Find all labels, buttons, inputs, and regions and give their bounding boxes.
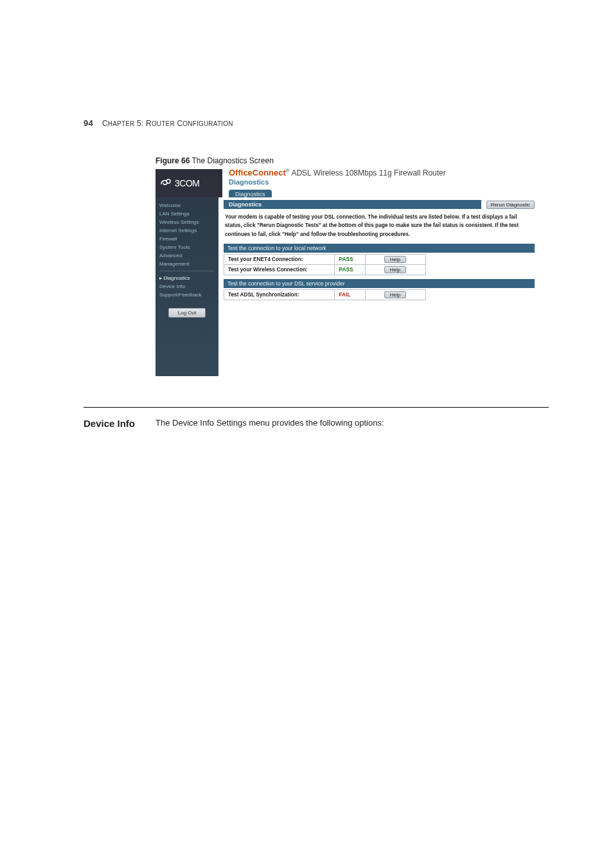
swirl-icon (159, 178, 171, 189)
section-divider (84, 407, 549, 408)
sidebar-item-management[interactable]: Management (159, 260, 215, 268)
test-label: Test your ENET4 Connection: (224, 254, 335, 264)
table-row: Test your Wireless Connection: PASS Help (224, 264, 426, 275)
sidebar-item-device-info[interactable]: Device Info (159, 282, 215, 291)
device-info-text: The Device Info Settings menu provides t… (155, 418, 384, 428)
sidebar-item-support-feedback[interactable]: Support/Feedback (159, 291, 215, 299)
table-row: Test your ENET4 Connection: PASS Help (224, 254, 426, 264)
sidebar-item-internet-settings[interactable]: Internet Settings (159, 226, 215, 235)
page-title: Diagnostics (229, 178, 540, 186)
sidebar-item-firewall[interactable]: Firewall (159, 235, 215, 243)
section-description: Your modem is capable of testing your DS… (225, 213, 533, 239)
screenshot: 3COM OfficeConnect® ADSL Wireless 108Mbp… (155, 169, 540, 376)
page-header: 94 CHAPTER 5: ROUTER CONFIGURATION (84, 118, 549, 128)
sidebar: Welcome LAN Settings Wireless Settings I… (155, 197, 218, 376)
help-button[interactable]: Help (384, 256, 406, 263)
chapter-heading: CHAPTER 5: ROUTER CONFIGURATION (102, 119, 233, 128)
subhead-local-network: Test the connection to your local networ… (224, 244, 535, 253)
sidebar-item-system-tools[interactable]: System Tools (159, 243, 215, 251)
help-button[interactable]: Help (384, 291, 406, 298)
sidebar-item-welcome[interactable]: Welcome (159, 201, 215, 210)
help-button[interactable]: Help (384, 266, 406, 273)
content-area: Diagnostics Rerun Diagnostic Your modem … (218, 197, 540, 376)
logout-button[interactable]: Log Out (168, 308, 206, 318)
figure-caption: Figure 66 The Diagnostics Screen (155, 156, 549, 165)
page-number: 94 (84, 118, 93, 128)
test-status: FAIL (335, 289, 365, 300)
brand-name: 3COM (175, 178, 199, 188)
brand-logo: 3COM (155, 169, 222, 197)
sidebar-item-lan-settings[interactable]: LAN Settings (159, 210, 215, 218)
sidebar-item-diagnostics[interactable]: Diagnostics (159, 274, 215, 282)
test-label: Test ADSL Synchronization: (224, 289, 335, 300)
tests-local-network: Test your ENET4 Connection: PASS Help Te… (224, 254, 426, 275)
test-label: Test your Wireless Connection: (224, 264, 335, 275)
subhead-dsl-provider: Test the connection to your DSL service … (224, 279, 535, 288)
section-title: Diagnostics (224, 200, 481, 209)
product-title: OfficeConnect® ADSL Wireless 108Mbps 11g… (229, 168, 540, 177)
sidebar-item-wireless-settings[interactable]: Wireless Settings (159, 218, 215, 226)
rerun-diagnostic-button[interactable]: Rerun Diagnostic (486, 201, 535, 209)
tests-dsl-provider: Test ADSL Synchronization: FAIL Help (224, 289, 426, 300)
test-status: PASS (335, 254, 365, 264)
device-info-heading: Device Info (84, 418, 155, 429)
test-status: PASS (335, 264, 365, 275)
table-row: Test ADSL Synchronization: FAIL Help (224, 289, 426, 300)
sidebar-item-advanced[interactable]: Advanced (159, 251, 215, 260)
